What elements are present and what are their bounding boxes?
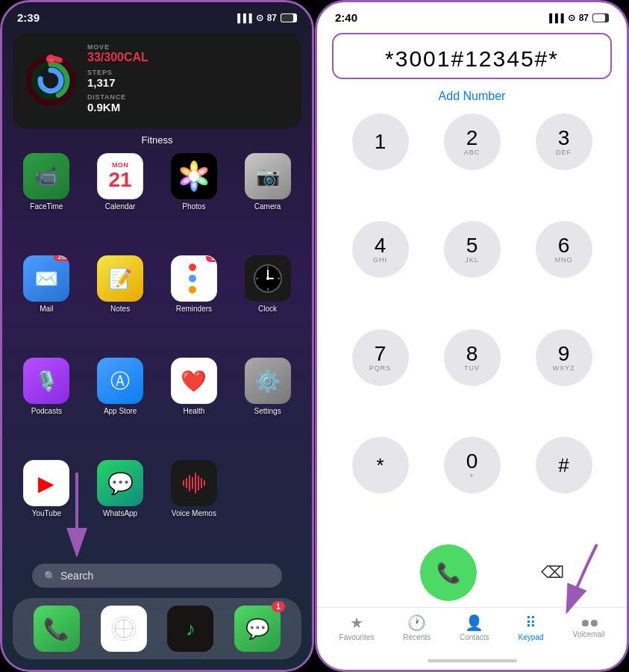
key-2-sub: ABC [464, 149, 481, 156]
app-item-calendar[interactable]: MON 21 Calendar [87, 153, 154, 249]
keypad-label: Keypad [519, 633, 544, 641]
settings-label: Settings [254, 407, 281, 415]
voicememos-icon [171, 460, 217, 506]
dock-safari[interactable] [101, 606, 147, 652]
tab-recents[interactable]: 🕐 Recents [403, 614, 431, 641]
wifi-icon: ⊙ [256, 13, 263, 23]
voicememos-label: Voice Memos [172, 509, 216, 517]
app-item-camera[interactable]: 📷 Camera [234, 153, 301, 249]
key-hash-main: # [558, 455, 569, 475]
dialer-number: *3001#12345#* [385, 46, 559, 72]
svg-point-14 [189, 171, 199, 181]
key-0-main: 0 [466, 451, 478, 472]
app-item-health[interactable]: ❤️ Health [160, 358, 228, 454]
voicemail-label: Voicemail [573, 630, 605, 638]
steps-label: STEPS [87, 69, 290, 76]
clock-label: Clock [258, 305, 277, 313]
right-battery-icon [592, 13, 609, 22]
battery-icon [281, 13, 297, 22]
fitness-widget[interactable]: → MOVE 33/300CAL STEPS 1,317 DISTANCE 0.… [13, 33, 301, 128]
app-item-voicememos[interactable]: Voice Memos [160, 460, 228, 556]
contacts-icon: 👤 [465, 614, 484, 632]
reminders-badge: 1 [206, 255, 217, 262]
key-7[interactable]: 7 PQRS [352, 329, 409, 386]
key-9[interactable]: 9 WXYZ [536, 329, 592, 386]
clock-icon [245, 255, 291, 302]
app-item-mail[interactable]: ✉️ 252 Mail [13, 255, 81, 352]
recents-icon: 🕐 [407, 614, 426, 632]
facetime-icon: 📹 [23, 153, 69, 199]
key-6[interactable]: 6 MNO [536, 221, 592, 278]
key-0-sub: + [469, 472, 474, 479]
widget-stats: MOVE 33/300CAL STEPS 1,317 DISTANCE 0.9K… [87, 43, 290, 118]
tab-contacts[interactable]: 👤 Contacts [460, 614, 489, 641]
key-3[interactable]: 3 DEF [536, 113, 592, 170]
search-bar[interactable]: 🔍 Search [32, 564, 282, 588]
keypad: 1 2 ABC 3 DEF 4 GHI 5 JKL 6 MNO 7 [317, 113, 627, 534]
app-item-settings[interactable]: ⚙️ Settings [234, 358, 301, 454]
add-number-button[interactable]: Add Number [317, 90, 627, 103]
left-battery-value: 87 [267, 13, 277, 23]
right-phone: 2:40 ▐▐▐ ⊙ 87 *3001#12345#* Add Number 1… [315, 0, 629, 672]
dock-phone[interactable]: 📞 [34, 606, 80, 652]
right-wifi-icon: ⊙ [568, 13, 575, 23]
key-9-sub: WXYZ [553, 364, 575, 372]
app-item-clock[interactable]: Clock [234, 255, 301, 352]
calendar-icon: MON 21 [97, 153, 143, 199]
favourites-icon: ★ [350, 614, 363, 632]
key-1-main: 1 [375, 131, 387, 152]
fitness-section-label: Fitness [2, 134, 312, 146]
key-1[interactable]: 1 [352, 113, 409, 170]
left-arrow [47, 473, 107, 565]
right-signal-icon: ▐▐▐ [546, 13, 563, 22]
key-5[interactable]: 5 JKL [444, 221, 501, 278]
call-button[interactable]: 📞 [420, 544, 477, 601]
facetime-label: FaceTime [30, 202, 63, 211]
tab-favourites[interactable]: ★ Favourites [339, 614, 375, 641]
camera-icon: 📷 [245, 153, 291, 199]
dock-spotify[interactable]: ♪ [167, 606, 213, 652]
key-9-main: 9 [558, 343, 570, 364]
dock: 📞 ♪ 💬 [13, 598, 301, 659]
key-star-main: * [376, 455, 384, 475]
key-6-sub: MNO [555, 256, 573, 264]
app-item-podcasts[interactable]: 🎙️ Podcasts [13, 358, 81, 454]
notes-icon: 📝 [97, 255, 143, 302]
whatsapp-label: WhatsApp [103, 509, 137, 517]
key-2[interactable]: 2 ABC [444, 113, 501, 170]
key-4[interactable]: 4 GHI [352, 221, 409, 278]
app-item-appstore[interactable]: Ⓐ App Store [87, 358, 154, 454]
key-8-sub: TUV [464, 364, 480, 372]
tab-keypad[interactable]: ⠿ Keypad [519, 614, 544, 641]
right-battery-value: 87 [579, 13, 589, 23]
app-item-facetime[interactable]: 📹 FaceTime [13, 153, 81, 249]
key-star[interactable]: * [352, 437, 409, 494]
key-0[interactable]: 0 + [444, 437, 501, 494]
podcasts-icon: 🎙️ [23, 358, 69, 404]
key-8[interactable]: 8 TUV [444, 329, 501, 386]
app-item-photos[interactable]: Photos [160, 153, 228, 249]
key-7-main: 7 [375, 343, 387, 364]
activity-ring-icon: → [25, 55, 77, 107]
app-item-notes[interactable]: 📝 Notes [87, 255, 154, 352]
mail-label: Mail [40, 305, 53, 313]
app-item-reminders[interactable]: 1 Reminders [160, 255, 228, 352]
favourites-label: Favourites [339, 633, 375, 641]
dock-messages[interactable]: 💬 1 [234, 606, 281, 652]
photos-icon [171, 153, 217, 199]
calendar-label: Calendar [105, 202, 136, 211]
settings-icon: ⚙️ [245, 358, 291, 404]
key-hash[interactable]: # [536, 437, 592, 494]
right-status-bar: 2:40 ▐▐▐ ⊙ 87 [317, 2, 627, 27]
dialer-input-area[interactable]: *3001#12345#* [332, 33, 612, 79]
home-indicator [428, 659, 517, 662]
distance-value: 0.9KM [87, 101, 290, 113]
health-label: Health [183, 407, 204, 415]
key-5-main: 5 [466, 235, 478, 256]
left-time: 2:39 [17, 11, 40, 24]
keypad-icon: ⠿ [525, 614, 536, 632]
phone-icon: 📞 [436, 561, 460, 585]
move-value: 33/300CAL [87, 51, 290, 64]
steps-value: 1,317 [87, 76, 290, 89]
key-4-sub: GHI [373, 256, 387, 264]
